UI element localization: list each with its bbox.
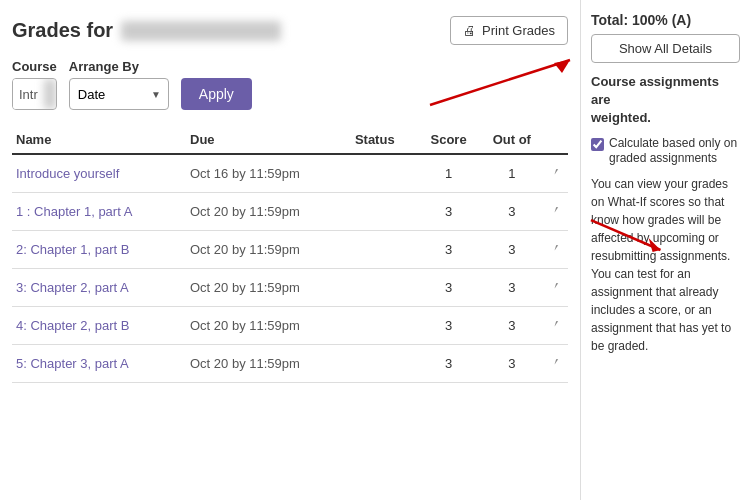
status-cell: [351, 231, 418, 269]
col-score: Score: [418, 126, 480, 154]
table-row: 2: Chapter 1, part B Oct 20 by 11:59pm 3…: [12, 231, 568, 269]
course-prefix: Intr: [13, 79, 44, 109]
arrange-filter-group: Arrange By Date Due Date Title Module: [69, 59, 169, 110]
apply-button[interactable]: Apply: [181, 78, 252, 110]
course-value-blurred: [44, 79, 56, 109]
col-due: Due: [186, 126, 351, 154]
action-icon-cell: ⎖: [544, 307, 568, 345]
outof-cell: 3: [479, 231, 544, 269]
bookmark-icon: ⎖: [552, 355, 561, 372]
score-cell: 3: [418, 269, 480, 307]
table-row: 3: Chapter 2, part A Oct 20 by 11:59pm 3…: [12, 269, 568, 307]
table-header-row: Name Due Status Score Out of: [12, 126, 568, 154]
due-date-cell: Oct 20 by 11:59pm: [186, 269, 351, 307]
action-icon-cell: ⎖: [544, 345, 568, 383]
grades-table: Name Due Status Score Out of Introduce y…: [12, 126, 568, 383]
bookmark-icon: ⎖: [552, 279, 561, 296]
status-cell: [351, 307, 418, 345]
page-title: Grades for: [12, 19, 281, 42]
action-icon-cell: ⎖: [544, 154, 568, 193]
graded-checkbox-row: Calculate based only on graded assignmen…: [591, 136, 740, 167]
show-all-details-button[interactable]: Show All Details: [591, 34, 740, 63]
course-info: Course assignments are weighted.: [591, 73, 740, 128]
action-icon-cell: ⎖: [544, 193, 568, 231]
outof-cell: 3: [479, 269, 544, 307]
bookmark-icon: ⎖: [552, 203, 561, 220]
course-input-container: Intr: [12, 78, 57, 110]
graded-only-checkbox[interactable]: [591, 138, 604, 151]
course-info-line1: Course assignments are: [591, 74, 719, 107]
course-info-line2: weighted.: [591, 110, 651, 125]
right-panel: Total: 100% (A) Show All Details Course …: [580, 0, 750, 500]
arrange-select-wrapper: Date Due Date Title Module: [69, 78, 169, 110]
col-name: Name: [12, 126, 186, 154]
what-if-info-text: You can view your grades on What-If scor…: [591, 175, 740, 355]
outof-cell: 1: [479, 154, 544, 193]
print-button-label: Print Grades: [482, 23, 555, 38]
score-cell: 3: [418, 231, 480, 269]
course-filter-group: Course Intr: [12, 59, 57, 110]
bookmark-icon: ⎖: [552, 317, 561, 334]
page-header: Grades for 🖨 Print Grades: [12, 16, 568, 45]
col-outof: Out of: [479, 126, 544, 154]
arrange-filter-label: Arrange By: [69, 59, 169, 74]
bookmark-icon: ⎖: [552, 241, 561, 258]
status-cell: [351, 154, 418, 193]
score-cell: 1: [418, 154, 480, 193]
filter-row: Course Intr Arrange By Date Due Date Tit…: [12, 59, 568, 110]
status-cell: [351, 345, 418, 383]
outof-cell: 3: [479, 307, 544, 345]
table-row: 5: Chapter 3, part A Oct 20 by 11:59pm 3…: [12, 345, 568, 383]
assignment-link[interactable]: 4: Chapter 2, part B: [16, 318, 129, 333]
arrange-select[interactable]: Date Due Date Title Module: [69, 78, 169, 110]
status-cell: [351, 193, 418, 231]
assignment-link[interactable]: 1 : Chapter 1, part A: [16, 204, 132, 219]
status-cell: [351, 269, 418, 307]
due-date-cell: Oct 20 by 11:59pm: [186, 231, 351, 269]
bookmark-icon: ⎖: [552, 165, 561, 182]
score-cell: 3: [418, 193, 480, 231]
outof-cell: 3: [479, 345, 544, 383]
assignment-link[interactable]: 3: Chapter 2, part A: [16, 280, 129, 295]
col-action: [544, 126, 568, 154]
grades-for-label: Grades for: [12, 19, 113, 42]
assignment-link[interactable]: Introduce yourself: [16, 166, 119, 181]
printer-icon: 🖨: [463, 23, 476, 38]
graded-only-label: Calculate based only on graded assignmen…: [609, 136, 740, 167]
total-grade: Total: 100% (A): [591, 12, 740, 28]
table-row: Introduce yourself Oct 16 by 11:59pm 1 1…: [12, 154, 568, 193]
assignment-link[interactable]: 2: Chapter 1, part B: [16, 242, 129, 257]
table-row: 4: Chapter 2, part B Oct 20 by 11:59pm 3…: [12, 307, 568, 345]
score-cell: 3: [418, 345, 480, 383]
print-grades-button[interactable]: 🖨 Print Grades: [450, 16, 568, 45]
score-cell: 3: [418, 307, 480, 345]
course-filter-label: Course: [12, 59, 57, 74]
action-icon-cell: ⎖: [544, 269, 568, 307]
col-status: Status: [351, 126, 418, 154]
due-date-cell: Oct 20 by 11:59pm: [186, 193, 351, 231]
student-name-blurred: [121, 21, 281, 41]
table-row: 1 : Chapter 1, part A Oct 20 by 11:59pm …: [12, 193, 568, 231]
outof-cell: 3: [479, 193, 544, 231]
action-icon-cell: ⎖: [544, 231, 568, 269]
due-date-cell: Oct 20 by 11:59pm: [186, 345, 351, 383]
due-date-cell: Oct 20 by 11:59pm: [186, 307, 351, 345]
due-date-cell: Oct 16 by 11:59pm: [186, 154, 351, 193]
assignment-link[interactable]: 5: Chapter 3, part A: [16, 356, 129, 371]
